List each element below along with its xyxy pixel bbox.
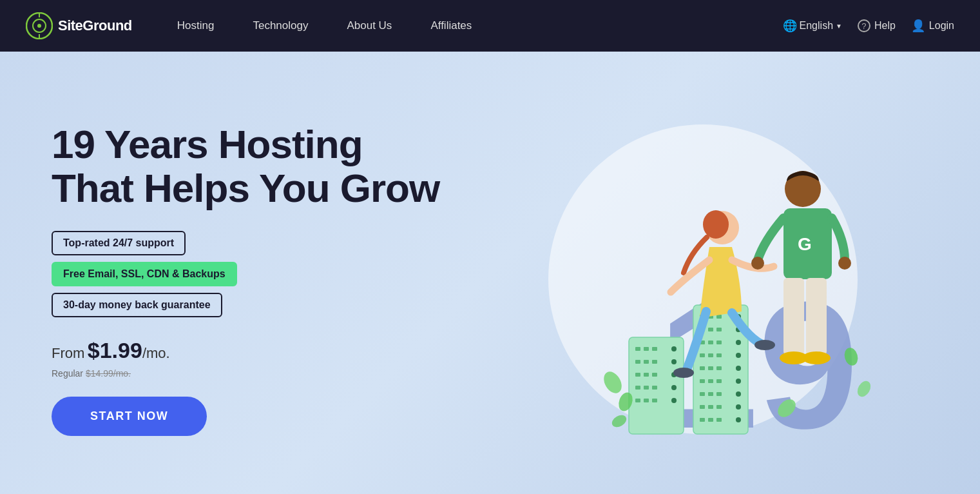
svg-point-63 (736, 417, 741, 422)
login-icon: 👤 (911, 19, 925, 33)
svg-point-75 (751, 257, 764, 270)
svg-rect-46 (716, 366, 722, 370)
svg-rect-52 (700, 392, 705, 396)
svg-rect-61 (708, 418, 713, 422)
svg-rect-49 (708, 379, 713, 383)
svg-rect-8 (644, 347, 649, 351)
svg-rect-58 (716, 405, 722, 409)
svg-point-59 (736, 404, 741, 410)
svg-point-76 (838, 257, 851, 270)
svg-point-14 (671, 359, 677, 364)
svg-rect-19 (635, 386, 640, 390)
svg-rect-16 (644, 373, 649, 377)
svg-rect-42 (716, 353, 722, 357)
svg-point-74 (802, 351, 831, 364)
hero-badges: Top-rated 24/7 support Free Email, SSL, … (52, 231, 464, 317)
svg-point-26 (671, 398, 677, 403)
svg-point-55 (736, 391, 741, 397)
logo-icon (26, 12, 53, 39)
help-label: Help (874, 20, 896, 32)
svg-rect-48 (700, 379, 705, 383)
logo-text: SiteGround (58, 17, 132, 34)
hero-svg: 19 (516, 112, 890, 447)
svg-point-65 (703, 210, 729, 239)
svg-rect-13 (652, 360, 657, 364)
hero-illustration: 19 (464, 99, 941, 460)
logo[interactable]: SiteGround (26, 12, 132, 39)
price-regular-amount: $14.99/mo. (86, 368, 131, 379)
svg-rect-25 (652, 399, 657, 402)
svg-point-2 (37, 24, 41, 28)
svg-rect-72 (806, 278, 827, 355)
svg-rect-57 (708, 405, 713, 409)
badge-support: Top-rated 24/7 support (52, 231, 186, 255)
start-now-button[interactable]: START NOW (52, 397, 207, 436)
svg-rect-56 (700, 405, 705, 409)
svg-rect-9 (652, 347, 657, 351)
language-icon: 🌐 (783, 19, 797, 33)
svg-rect-54 (716, 392, 722, 396)
nav-right: 🌐 English ▼ ? Help 👤 Login (783, 19, 954, 33)
svg-point-51 (736, 379, 741, 384)
svg-point-66 (673, 368, 694, 378)
svg-text:G: G (798, 234, 812, 254)
hero-section: 19 Years Hosting That Helps You Grow Top… (0, 52, 980, 494)
nav-item-technology[interactable]: Technology (233, 0, 327, 52)
hero-content: 19 Years Hosting That Helps You Grow Top… (52, 123, 464, 436)
price-regular-label: Regular (52, 368, 83, 379)
svg-rect-20 (644, 386, 649, 390)
price-amount: $1.99 (88, 338, 142, 362)
hero-price: From $1.99/mo. (52, 338, 464, 363)
svg-rect-17 (652, 373, 657, 377)
price-regular: Regular $14.99/mo. (52, 368, 464, 379)
svg-rect-33 (708, 328, 713, 331)
svg-rect-24 (644, 399, 649, 402)
svg-rect-62 (716, 418, 722, 422)
svg-rect-71 (783, 278, 804, 355)
svg-rect-11 (635, 360, 640, 364)
svg-point-22 (671, 385, 677, 390)
navbar: SiteGround Hosting Technology About Us A… (0, 0, 980, 52)
svg-point-47 (736, 366, 741, 371)
nav-item-hosting[interactable]: Hosting (158, 0, 234, 52)
svg-point-39 (736, 340, 741, 345)
login-label: Login (929, 20, 954, 32)
hero-title-line2: That Helps You Grow (52, 166, 439, 210)
chevron-down-icon: ▼ (836, 23, 842, 30)
price-from-label: From (52, 345, 84, 361)
nav-item-affiliates[interactable]: Affiliates (411, 0, 491, 52)
badge-money-back: 30-day money back guarantee (52, 293, 222, 317)
hero-title: 19 Years Hosting That Helps You Grow (52, 123, 464, 210)
svg-rect-37 (708, 341, 713, 344)
svg-rect-34 (716, 328, 722, 331)
help-icon: ? (858, 19, 870, 32)
svg-rect-38 (716, 341, 722, 344)
svg-rect-60 (700, 418, 705, 422)
svg-rect-40 (700, 353, 705, 357)
svg-rect-15 (635, 373, 640, 377)
login-link[interactable]: 👤 Login (911, 19, 954, 33)
svg-rect-44 (700, 366, 705, 370)
svg-point-77 (600, 368, 625, 396)
badge-free-features: Free Email, SSL, CDN & Backups (52, 262, 237, 286)
nav-item-about[interactable]: About Us (327, 0, 411, 52)
svg-point-67 (754, 340, 775, 350)
svg-rect-41 (708, 353, 713, 357)
svg-rect-7 (635, 347, 640, 351)
svg-rect-21 (652, 386, 657, 390)
svg-point-10 (671, 346, 677, 351)
nav-links: Hosting Technology About Us Affiliates (158, 0, 783, 52)
help-link[interactable]: ? Help (858, 19, 896, 32)
svg-rect-45 (708, 366, 713, 370)
language-selector[interactable]: 🌐 English ▼ (783, 19, 842, 33)
svg-rect-12 (644, 360, 649, 364)
language-label: English (800, 20, 833, 32)
svg-point-43 (736, 353, 741, 358)
svg-rect-30 (716, 315, 722, 319)
price-period: /mo. (142, 345, 170, 361)
svg-point-82 (610, 413, 628, 430)
svg-rect-50 (716, 379, 722, 383)
svg-rect-53 (708, 392, 713, 396)
svg-rect-23 (635, 399, 640, 402)
hero-title-line1: 19 Years Hosting (52, 122, 363, 166)
